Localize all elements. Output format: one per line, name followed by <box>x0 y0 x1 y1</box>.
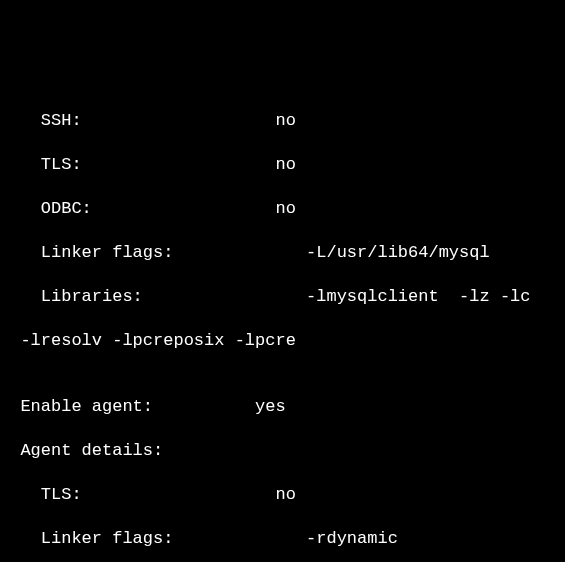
output-line: TLS: no <box>0 484 565 506</box>
output-line: Linker flags: -rdynamic <box>0 528 565 550</box>
output-line: Agent details: <box>0 440 565 462</box>
output-line: Enable agent: yes <box>0 396 565 418</box>
output-line: Linker flags: -L/usr/lib64/mysql <box>0 242 565 264</box>
terminal-output: SSH: no TLS: no ODBC: no Linker flags: -… <box>0 88 565 562</box>
output-line: -lresolv -lpcreposix -lpcre <box>0 330 565 352</box>
output-line: TLS: no <box>0 154 565 176</box>
output-line: SSH: no <box>0 110 565 132</box>
output-line: Libraries: -lmysqlclient -lz -lc <box>0 286 565 308</box>
output-line: ODBC: no <box>0 198 565 220</box>
